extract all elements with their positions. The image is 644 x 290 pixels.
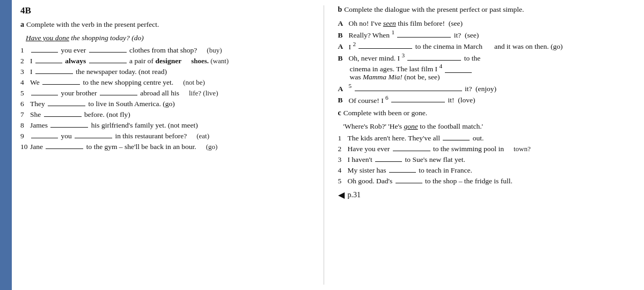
list-item: 3 I the newspaper today. (not read) [20, 66, 318, 76]
section-b: b Complete the dialogue with the present… [338, 5, 636, 105]
list-item: 4 We to the new shopping centre yet. (no… [20, 77, 318, 87]
section-c-label: c [338, 109, 341, 117]
dialogue-line-a5: A 5 it? (enjoy) [338, 83, 636, 93]
list-item: 5 your brother abroad all his life? (liv… [20, 88, 318, 98]
list-item: 3 I haven't to Sue's new flat yet. [338, 154, 636, 164]
list-item: 5 Oh good. Dad's to the shop – the fridg… [338, 176, 636, 185]
section-a-label: a [20, 20, 24, 29]
dialogue-line-b3: B Oh, never mind. I 3 to the cinema in a… [338, 52, 636, 81]
section-c-instruction: Complete with been or gone. [343, 109, 427, 117]
dialogue-line-b1: B Really? When 1 it? (see) [338, 29, 636, 40]
dialogue-line-a2: A I 2 to the cinema in March and it was … [338, 41, 636, 51]
list-item: 8 James his girlfriend's family yet. (no… [20, 120, 318, 130]
list-item: 4 My sister has to teach in France. [338, 165, 636, 175]
page-container: 4B a Complete with the verb in the prese… [0, 0, 644, 290]
section-a-instruction: Complete with the verb in the present pe… [26, 20, 159, 29]
section-a: a Complete with the verb in the present … [20, 20, 318, 151]
list-item: 7 She before. (not fly) [20, 109, 318, 119]
section-b-label: b [338, 5, 342, 14]
right-column: b Complete the dialogue with the present… [335, 5, 636, 285]
list-item: 10 Jane to the gym – she'll be back in a… [20, 142, 318, 151]
section-number: 4B [20, 5, 318, 16]
list-item: 2 Have you ever to the swimming pool in … [338, 144, 636, 153]
main-content: 4B a Complete with the verb in the prese… [12, 0, 644, 290]
section-c: c Complete with been or gone. 'Where's R… [338, 109, 636, 185]
section-b-instruction: Complete the dialogue with the present p… [344, 5, 524, 14]
list-item: 1 you ever clothes from that shop? (buy) [20, 45, 318, 55]
page-ref-text: p.31 [348, 191, 361, 199]
example-line: Have you done the shopping today? (do) [26, 34, 318, 42]
list-item: 9 you in this restaurant before? (eat) [20, 131, 318, 140]
list-item: 2 I always a pair of designer shoes. (wa… [20, 56, 318, 65]
dialogue-line-a-example: A Oh no! I've seen this film before! (se… [338, 19, 636, 28]
left-sidebar [0, 0, 12, 290]
dialogue-line-b6: B Of course! I 6 it! (love) [338, 94, 636, 105]
page-reference: ◀ p.31 [338, 190, 636, 200]
gone-example: 'Where's Rob?' 'He's gone to the footbal… [343, 122, 636, 131]
left-column: 4B a Complete with the verb in the prese… [20, 5, 324, 285]
list-item: 1 The kids aren't here. They've all out. [338, 133, 636, 143]
list-item: 6 They to live in South America. (go) [20, 99, 318, 108]
